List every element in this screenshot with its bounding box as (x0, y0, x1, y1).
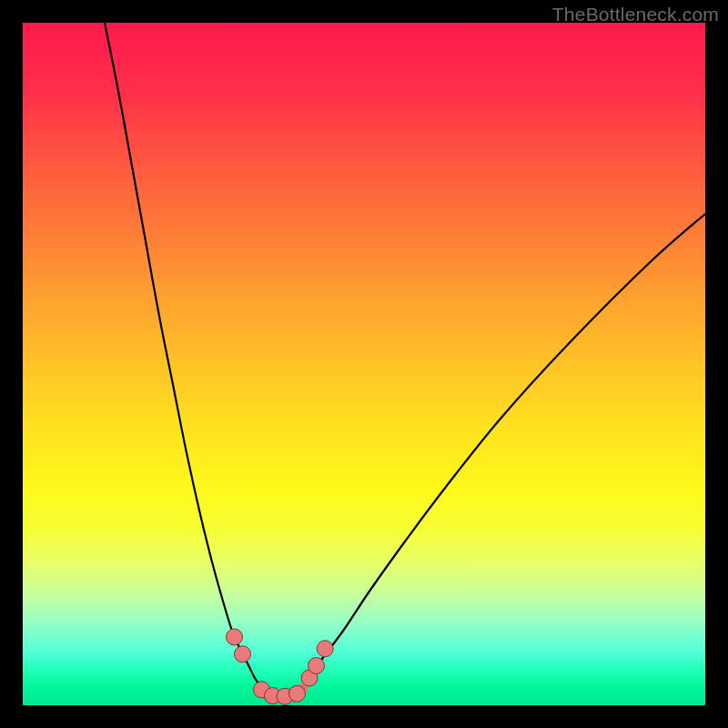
right-upper-dot (317, 641, 333, 657)
series-right-branch (303, 214, 706, 688)
floor-dot-4 (289, 685, 306, 702)
curve-group (105, 23, 705, 697)
marker-group (227, 629, 334, 704)
series-left-branch (105, 23, 262, 688)
right-mid-dot (308, 658, 325, 674)
watermark-text: TheBottleneck.com (552, 4, 719, 25)
left-upper-dot (227, 629, 243, 645)
left-lower-dot (235, 646, 251, 662)
curve-overlay (0, 0, 728, 728)
outer-frame: TheBottleneck.com (0, 0, 728, 728)
